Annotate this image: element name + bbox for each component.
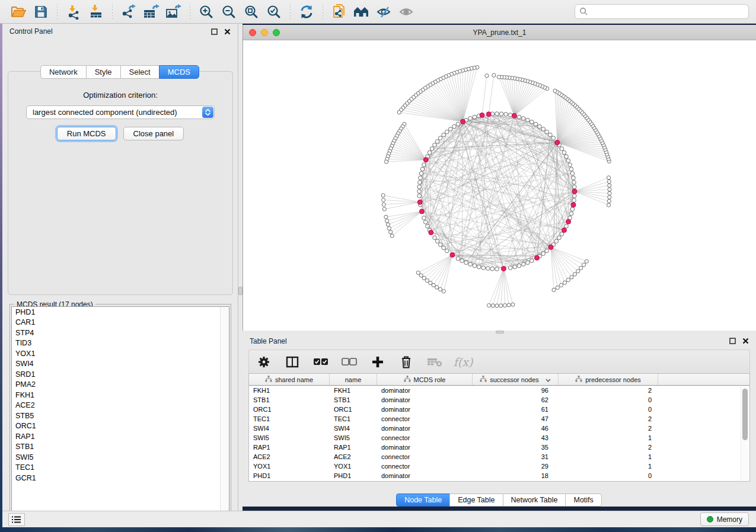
- table-scrollbar[interactable]: [741, 386, 749, 480]
- splitter-handle[interactable]: [238, 287, 243, 295]
- export-network-icon[interactable]: [117, 2, 140, 21]
- select-all-columns-icon[interactable]: [313, 354, 328, 370]
- mcds-node[interactable]: [461, 119, 465, 124]
- network-node[interactable]: [419, 171, 423, 175]
- network-leaf-node[interactable]: [552, 288, 556, 291]
- network-leaf-node[interactable]: [497, 75, 500, 79]
- network-node[interactable]: [545, 249, 549, 253]
- network-leaf-node[interactable]: [607, 199, 611, 203]
- network-node[interactable]: [438, 243, 442, 247]
- network-node[interactable]: [499, 112, 503, 116]
- network-node[interactable]: [517, 264, 521, 268]
- mcds-result-item[interactable]: PMA2: [12, 380, 229, 390]
- optimization-criterion-select[interactable]: largest connected component (undirected): [26, 105, 215, 119]
- network-node[interactable]: [442, 246, 446, 250]
- run-mcds-button[interactable]: Run MCDS: [57, 127, 116, 140]
- vertical-splitter[interactable]: [238, 24, 243, 511]
- network-node[interactable]: [551, 136, 556, 140]
- mcds-result-item[interactable]: TID3: [12, 338, 229, 349]
- network-node[interactable]: [572, 194, 576, 198]
- table-row[interactable]: FKH1FKH1dominator962: [249, 386, 749, 395]
- network-leaf-node[interactable]: [566, 278, 570, 282]
- mcds-node[interactable]: [548, 245, 553, 249]
- zoom-selected-icon[interactable]: [263, 2, 285, 21]
- column-header-predecessor-nodes[interactable]: predecessor nodes: [559, 374, 658, 385]
- column-header-name[interactable]: name: [330, 374, 377, 385]
- import-network-icon[interactable]: [62, 2, 85, 21]
- table-row[interactable]: SWI5SWI5connector431: [249, 433, 749, 443]
- network-node[interactable]: [468, 117, 473, 121]
- mcds-result-item[interactable]: ORC1: [12, 421, 229, 432]
- tab-network[interactable]: Network: [40, 65, 87, 79]
- mcds-result-item[interactable]: RAP1: [12, 431, 229, 442]
- network-node[interactable]: [570, 171, 575, 175]
- network-node[interactable]: [495, 112, 499, 116]
- network-leaf-node[interactable]: [573, 273, 576, 276]
- network-node[interactable]: [430, 147, 434, 151]
- network-node[interactable]: [495, 267, 499, 271]
- delete-column-icon[interactable]: [398, 354, 414, 370]
- network-leaf-node[interactable]: [390, 234, 394, 238]
- save-session-icon[interactable]: [30, 2, 52, 21]
- column-layout-icon[interactable]: [285, 354, 300, 370]
- tab-node-table[interactable]: Node Table: [396, 493, 450, 507]
- network-node[interactable]: [560, 147, 564, 151]
- zoom-fit-icon[interactable]: [240, 2, 263, 21]
- table-settings-icon[interactable]: [256, 354, 272, 370]
- toolbar-search[interactable]: [575, 4, 749, 19]
- network-node[interactable]: [481, 266, 486, 270]
- search-input[interactable]: [588, 8, 744, 16]
- network-leaf-node[interactable]: [507, 303, 511, 307]
- network-node[interactable]: [513, 265, 517, 269]
- network-node[interactable]: [445, 130, 449, 134]
- network-leaf-node[interactable]: [384, 215, 388, 219]
- network-node[interactable]: [442, 133, 446, 137]
- horizontal-splitter[interactable]: [243, 331, 756, 334]
- network-node[interactable]: [529, 259, 534, 263]
- network-node[interactable]: [445, 249, 449, 253]
- network-node[interactable]: [548, 133, 553, 137]
- refresh-icon[interactable]: [295, 2, 318, 21]
- splitter-handle[interactable]: [496, 331, 504, 334]
- network-node[interactable]: [477, 265, 481, 269]
- network-node[interactable]: [473, 115, 477, 119]
- network-leaf-node[interactable]: [419, 274, 423, 277]
- network-node[interactable]: [504, 113, 508, 117]
- network-node[interactable]: [456, 257, 460, 261]
- network-leaf-node[interactable]: [563, 281, 566, 284]
- close-panel-button[interactable]: Close panel: [123, 127, 184, 140]
- mcds-node[interactable]: [419, 209, 424, 214]
- network-leaf-node[interactable]: [608, 188, 611, 191]
- network-node[interactable]: [420, 167, 425, 171]
- show-all-icon[interactable]: [395, 2, 418, 21]
- network-leaf-node[interactable]: [381, 194, 385, 197]
- network-node[interactable]: [448, 127, 452, 132]
- network-node[interactable]: [570, 207, 575, 211]
- mcds-node[interactable]: [486, 112, 491, 117]
- network-node[interactable]: [508, 113, 512, 117]
- network-leaf-node[interactable]: [432, 283, 435, 287]
- clone-network-icon[interactable]: [328, 2, 350, 21]
- table-row[interactable]: TEC1TEC1connector472: [249, 414, 749, 424]
- mcds-result-item[interactable]: STP4: [12, 328, 229, 338]
- network-leaf-node[interactable]: [422, 276, 426, 280]
- table-row[interactable]: PHD1PHD1dominator180: [249, 471, 749, 480]
- network-node[interactable]: [438, 136, 442, 140]
- network-node[interactable]: [526, 261, 530, 265]
- network-node[interactable]: [426, 224, 430, 228]
- network-node[interactable]: [422, 216, 426, 220]
- mcds-result-item[interactable]: TEC1: [12, 463, 229, 473]
- network-node[interactable]: [452, 124, 457, 129]
- network-leaf-node[interactable]: [582, 263, 586, 267]
- network-leaf-node[interactable]: [425, 278, 429, 282]
- network-leaf-node[interactable]: [435, 286, 439, 289]
- network-node[interactable]: [572, 180, 576, 184]
- table-row[interactable]: ACE2ACE2connector311: [249, 452, 749, 462]
- network-node[interactable]: [464, 261, 468, 265]
- network-leaf-node[interactable]: [608, 191, 611, 195]
- network-node[interactable]: [508, 266, 512, 270]
- network-node[interactable]: [541, 252, 546, 256]
- network-node[interactable]: [473, 264, 477, 268]
- network-leaf-node[interactable]: [382, 207, 386, 211]
- network-node[interactable]: [468, 262, 473, 267]
